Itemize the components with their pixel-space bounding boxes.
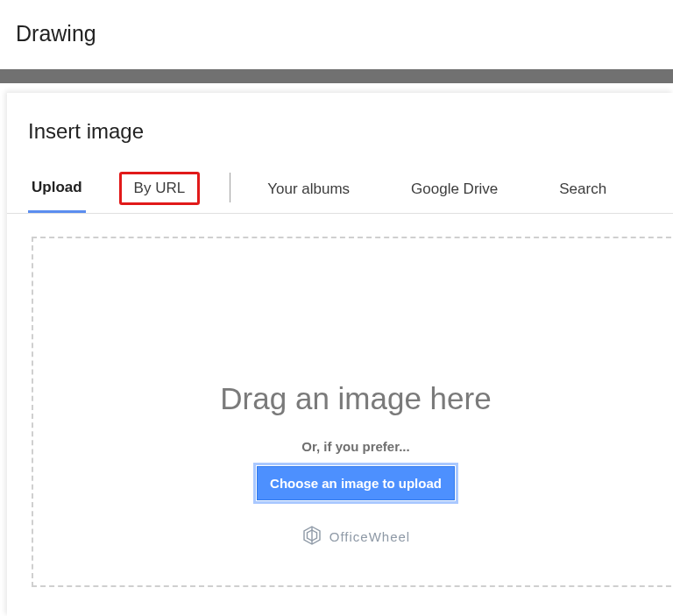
watermark: OfficeWheel: [301, 525, 410, 549]
background-toolbar-strip: [0, 69, 673, 83]
officewheel-logo-icon: [301, 525, 322, 549]
insert-image-modal: Insert image Upload By URL Your albums G…: [7, 93, 673, 616]
tab-separator: [230, 173, 230, 202]
watermark-text: OfficeWheel: [329, 529, 410, 544]
tab-search[interactable]: Search: [556, 172, 610, 212]
tab-by-url[interactable]: By URL: [119, 172, 201, 205]
modal-tabs: Upload By URL Your albums Google Drive S…: [7, 161, 673, 214]
app-header: Drawing: [0, 0, 673, 69]
app-title: Drawing: [16, 21, 657, 46]
drag-hint-text: Drag an image here: [220, 381, 491, 416]
choose-image-button[interactable]: Choose an image to upload: [257, 466, 455, 500]
modal-title: Insert image: [7, 93, 673, 161]
tab-google-drive[interactable]: Google Drive: [407, 172, 501, 212]
tab-your-albums[interactable]: Your albums: [264, 172, 353, 212]
prefer-text: Or, if you prefer...: [301, 439, 409, 454]
dropzone-container: Drag an image here Or, if you prefer... …: [7, 214, 673, 587]
tab-upload[interactable]: Upload: [28, 170, 86, 213]
upload-dropzone[interactable]: Drag an image here Or, if you prefer... …: [32, 237, 673, 587]
